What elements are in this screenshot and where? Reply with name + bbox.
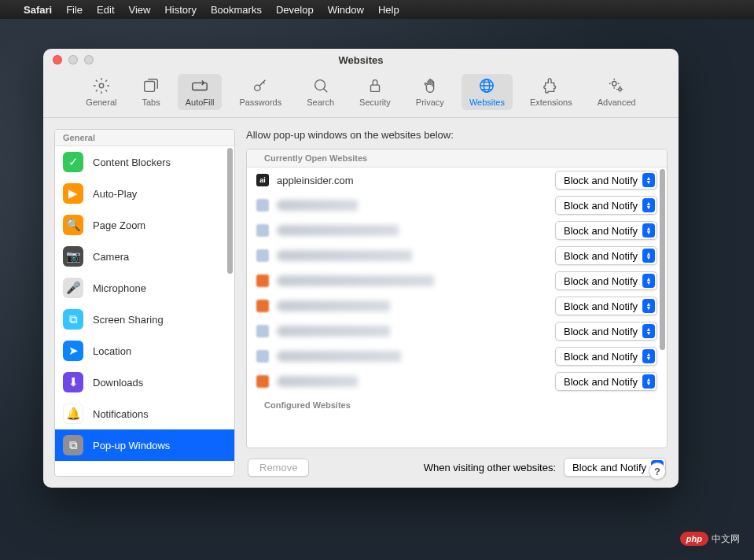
setting-dropdown[interactable]: Block and Notify▲▼ [555, 322, 657, 341]
svg-point-9 [619, 87, 622, 90]
minimize-window-button[interactable] [68, 55, 78, 64]
watermark: php 中文网 [680, 532, 740, 546]
app-menu[interactable]: Safari [24, 4, 52, 16]
domain-redacted [277, 250, 547, 261]
main-panel: Allow pop-up windows on the websites bel… [246, 129, 668, 477]
sidebar-scrollbar[interactable] [227, 148, 233, 274]
tab-label: Advanced [598, 98, 636, 107]
tab-advanced[interactable]: Advanced [590, 74, 644, 110]
help-button[interactable]: ? [649, 462, 666, 480]
puzzle-icon [543, 77, 560, 94]
dropdown-arrows-icon: ▲▼ [642, 299, 655, 313]
dropdown-value: Block and Notify [564, 175, 638, 186]
remove-button[interactable]: Remove [248, 459, 309, 477]
sidebar-item-label: Content Blockers [93, 157, 171, 168]
traffic-lights [53, 55, 94, 64]
dropdown-arrows-icon: ▲▼ [642, 274, 655, 288]
setting-dropdown[interactable]: Block and Notify▲▼ [555, 347, 657, 366]
preferences-window: Websites General Tabs AutoFill Passwords… [43, 49, 679, 488]
domain-redacted [277, 300, 547, 311]
table-body[interactable]: ai appleinsider.com Block and Notify▲▼ B… [247, 168, 667, 448]
sidebar-item-label: Notifications [93, 408, 149, 420]
dropdown-arrows-icon: ▲▼ [642, 173, 655, 187]
camera-icon: 📷 [63, 246, 83, 267]
close-window-button[interactable] [53, 55, 62, 64]
table-row[interactable]: Block and Notify▲▼ [247, 319, 667, 344]
setting-dropdown[interactable]: Block and Notify▲▼ [555, 246, 657, 265]
table-row[interactable]: Block and Notify▲▼ [247, 369, 667, 394]
table-row[interactable]: Block and Notify▲▼ [247, 344, 667, 369]
menu-window[interactable]: Window [328, 4, 364, 16]
tab-extensions[interactable]: Extensions [522, 74, 580, 110]
sidebar-item-screen-sharing[interactable]: ⧉Screen Sharing [55, 304, 234, 335]
tab-search[interactable]: Search [299, 74, 342, 110]
sidebar-item-microphone[interactable]: 🎤Microphone [55, 272, 234, 304]
tab-autofill[interactable]: AutoFill [178, 74, 223, 110]
table-scrollbar[interactable] [660, 169, 665, 350]
bell-icon: 🔔 [63, 403, 83, 424]
sidebar-item-content-blockers[interactable]: ✓Content Blockers [55, 146, 234, 178]
key-icon [252, 77, 269, 94]
zoom-window-button[interactable] [84, 55, 94, 64]
tab-security[interactable]: Security [351, 74, 399, 110]
watermark-text: 中文网 [712, 532, 740, 546]
table-row[interactable]: Block and Notify▲▼ [247, 193, 667, 218]
tab-label: Security [359, 98, 391, 107]
tab-label: Search [307, 98, 334, 107]
menu-file[interactable]: File [66, 4, 83, 16]
window-titlebar[interactable]: Websites [43, 49, 679, 71]
microphone-icon: 🎤 [63, 278, 83, 298]
tab-label: AutoFill [186, 98, 215, 107]
dropdown-value: Block and Notify [564, 326, 638, 337]
setting-dropdown[interactable]: Block and Notify▲▼ [555, 297, 657, 315]
content-area: General ✓Content Blockers ▶Auto-Play 🔍Pa… [43, 118, 679, 488]
dropdown-arrows-icon: ▲▼ [642, 198, 655, 212]
setting-dropdown[interactable]: Block and Notify▲▼ [555, 171, 657, 190]
setting-dropdown[interactable]: Block and Notify▲▼ [555, 196, 657, 215]
menu-develop[interactable]: Develop [276, 4, 314, 16]
download-icon: ⬇ [63, 372, 83, 392]
dropdown-value: Block and Notify [564, 376, 638, 388]
setting-dropdown[interactable]: Block and Notify▲▼ [555, 221, 657, 240]
domain-redacted [277, 376, 547, 387]
sidebar-list[interactable]: ✓Content Blockers ▶Auto-Play 🔍Page Zoom … [55, 146, 234, 476]
tab-privacy[interactable]: Privacy [408, 74, 452, 110]
watermark-badge: php [680, 532, 708, 546]
svg-rect-2 [193, 83, 207, 90]
hand-icon [421, 77, 439, 94]
tab-websites[interactable]: Websites [462, 74, 513, 110]
table-row[interactable]: Block and Notify▲▼ [247, 243, 667, 268]
sidebar-item-downloads[interactable]: ⬇Downloads [55, 367, 234, 398]
screen-icon: ⧉ [63, 309, 83, 330]
svg-rect-1 [145, 81, 155, 91]
menu-edit[interactable]: Edit [97, 4, 114, 16]
tab-label: Websites [469, 98, 505, 107]
table-row[interactable]: Block and Notify▲▼ [247, 218, 667, 243]
tab-label: Passwords [239, 98, 281, 107]
menu-bookmarks[interactable]: Bookmarks [211, 4, 262, 16]
sidebar-item-auto-play[interactable]: ▶Auto-Play [55, 178, 234, 209]
svg-rect-5 [370, 85, 379, 91]
sidebar-item-label: Location [93, 345, 131, 357]
sidebar-item-location[interactable]: ➤Location [55, 335, 234, 367]
tab-tabs[interactable]: Tabs [134, 74, 167, 110]
tab-label: General [86, 98, 116, 107]
table-row[interactable]: ai appleinsider.com Block and Notify▲▼ [247, 168, 667, 193]
setting-dropdown[interactable]: Block and Notify▲▼ [555, 372, 657, 391]
menu-view[interactable]: View [129, 4, 151, 16]
tab-label: Tabs [142, 98, 160, 107]
sidebar-item-label: Page Zoom [93, 219, 145, 231]
sidebar-item-popup-windows[interactable]: ⧉Pop-up Windows [55, 429, 234, 461]
table-row[interactable]: Block and Notify▲▼ [247, 293, 667, 319]
menu-help[interactable]: Help [378, 4, 399, 16]
menu-history[interactable]: History [164, 4, 196, 16]
sidebar-item-label: Auto-Play [93, 188, 137, 200]
tab-passwords[interactable]: Passwords [231, 74, 289, 110]
table-section-header: Currently Open Websites [247, 149, 667, 168]
sidebar-item-page-zoom[interactable]: 🔍Page Zoom [55, 209, 234, 241]
sidebar-item-camera[interactable]: 📷Camera [55, 241, 234, 272]
table-row[interactable]: Block and Notify▲▼ [247, 268, 667, 293]
setting-dropdown[interactable]: Block and Notify▲▼ [555, 271, 657, 290]
tab-general[interactable]: General [78, 74, 124, 110]
sidebar-item-notifications[interactable]: 🔔Notifications [55, 398, 234, 429]
